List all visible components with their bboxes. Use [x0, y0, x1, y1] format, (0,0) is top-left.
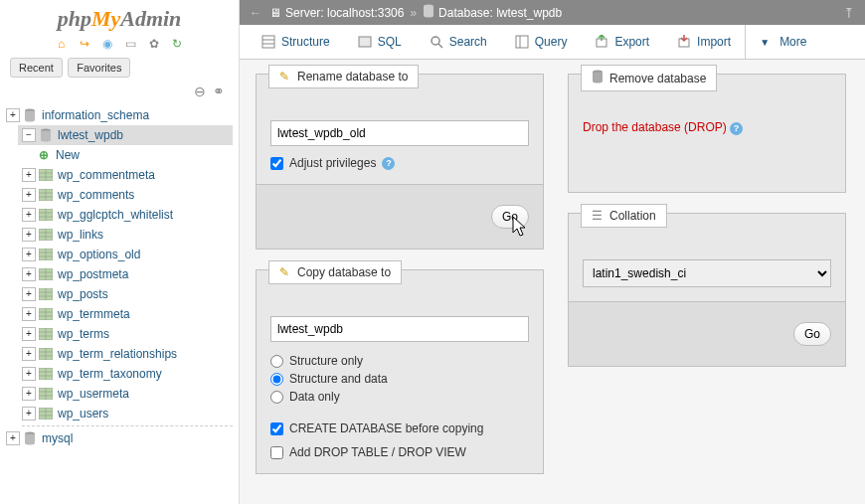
tree-toggle-icon[interactable]: +	[22, 248, 36, 261]
tree-item[interactable]: +wp_termmeta	[22, 304, 233, 324]
tree-toggle-icon[interactable]: +	[22, 287, 36, 301]
tree-item-label[interactable]: wp_comments	[58, 188, 134, 202]
logout-icon[interactable]: ↪	[77, 36, 92, 52]
drop-table-checkbox[interactable]	[270, 446, 283, 459]
adjust-privileges-checkbox[interactable]	[270, 157, 283, 170]
tree-item[interactable]: +wp_postmeta	[22, 264, 233, 284]
tree-item-label[interactable]: wp_posts	[58, 287, 108, 301]
tree-item[interactable]: ⊕New	[22, 145, 233, 165]
reload-icon[interactable]: ↻	[169, 36, 185, 52]
scroll-top-icon[interactable]: ⤒	[843, 5, 855, 21]
tree-toggle-icon[interactable]: +	[22, 208, 36, 222]
tree-toggle-icon[interactable]: +	[22, 387, 36, 401]
tree-item[interactable]: +wp_terms	[22, 324, 233, 344]
collation-select[interactable]: latin1_swedish_ci	[583, 259, 831, 287]
drop-database-link[interactable]: Drop the database (DROP)	[583, 120, 727, 134]
home-icon[interactable]: ⌂	[54, 36, 70, 52]
tab-search[interactable]: Search	[416, 25, 501, 59]
tab-query[interactable]: Query	[501, 25, 582, 59]
tree-item-label[interactable]: wp_term_relationships	[58, 347, 177, 361]
info-icon[interactable]: ?	[382, 157, 395, 170]
tree-item[interactable]: +wp_comments	[22, 185, 233, 205]
db-label: Database:	[438, 6, 493, 20]
tree-toggle-icon[interactable]: +	[22, 228, 36, 242]
tree-item-label[interactable]: wp_usermeta	[58, 387, 129, 401]
favorites-tab[interactable]: Favorites	[68, 58, 130, 78]
structure-only-radio[interactable]	[270, 355, 283, 368]
tree-item[interactable]: +wp_usermeta	[22, 384, 233, 404]
tree-item[interactable]: +wp_posts	[22, 284, 233, 304]
tree-item-label[interactable]: wp_users	[58, 407, 108, 420]
tab-import[interactable]: Import	[663, 25, 745, 59]
more-icon: ▼	[760, 35, 774, 49]
tree-item-label[interactable]: wp_links	[58, 228, 103, 242]
structure-data-radio[interactable]	[270, 373, 283, 386]
tree-item[interactable]: +wp_commentmeta	[22, 165, 233, 185]
remove-legend: Remove database	[581, 65, 717, 91]
tab-structure[interactable]: Structure	[248, 25, 344, 59]
tree-item[interactable]: +wp_gglcptch_whitelist	[22, 205, 233, 225]
tree-item-label[interactable]: wp_termmeta	[58, 307, 130, 321]
tree-item[interactable]: −lwtest_wpdb	[18, 125, 233, 145]
logo[interactable]: phpMyAdmin	[0, 0, 239, 34]
info-icon[interactable]: ?	[730, 122, 743, 135]
tree-toggle-icon[interactable]: +	[22, 327, 36, 341]
server-value[interactable]: localhost:3306	[327, 6, 404, 20]
data-only-radio[interactable]	[270, 391, 283, 404]
tree-item[interactable]: +information_schema	[6, 105, 233, 125]
tree-toggle-icon[interactable]: −	[22, 128, 36, 142]
data-only-label[interactable]: Data only	[289, 390, 340, 404]
tree-item-label[interactable]: wp_postmeta	[58, 267, 128, 281]
tree-item-label[interactable]: wp_commentmeta	[58, 168, 155, 182]
unlink-icon[interactable]: ⊖	[194, 84, 206, 99]
tree-item-label[interactable]: wp_options_old	[58, 248, 140, 261]
tree-item[interactable]: +wp_term_relationships	[22, 344, 233, 364]
collation-go-button[interactable]: Go	[793, 322, 831, 346]
tree-item-label[interactable]: mysql	[42, 431, 73, 445]
tree-item[interactable]: +wp_users	[22, 404, 233, 423]
tree-toggle-icon[interactable]: +	[22, 188, 36, 202]
tab-label: Structure	[281, 35, 330, 49]
tree-item-label[interactable]: information_schema	[42, 108, 149, 122]
settings-icon[interactable]: ✿	[146, 36, 162, 52]
collapse-icon[interactable]: ←	[250, 6, 261, 20]
tab-export[interactable]: Export	[581, 25, 663, 59]
tree-item[interactable]: +mysql	[6, 428, 233, 448]
tab-sql[interactable]: SQL	[344, 25, 416, 59]
tree-item-label[interactable]: wp_gglcptch_whitelist	[58, 208, 173, 222]
recent-tab[interactable]: Recent	[10, 58, 63, 78]
create-db-label[interactable]: CREATE DATABASE before copying	[289, 421, 483, 435]
tree-toggle-icon[interactable]: +	[22, 367, 36, 381]
tree-item[interactable]: +wp_links	[22, 225, 233, 245]
docs-icon[interactable]: ◉	[99, 36, 115, 52]
tree-item-label[interactable]: lwtest_wpdb	[58, 128, 123, 142]
table-icon	[38, 266, 54, 282]
copy-input[interactable]	[270, 316, 529, 342]
tree-item[interactable]: +wp_term_taxonomy	[22, 364, 233, 384]
tree-toggle-icon[interactable]: +	[22, 168, 36, 182]
db-value[interactable]: lwtest_wpdb	[496, 6, 562, 20]
tree-toggle-icon[interactable]: +	[22, 267, 36, 281]
tab-more[interactable]: ▼More	[745, 25, 820, 59]
link-icon[interactable]: ⚭	[213, 84, 225, 99]
adjust-privileges-label[interactable]: Adjust privileges	[289, 156, 376, 170]
create-db-checkbox[interactable]	[270, 422, 283, 435]
tree-toggle-icon[interactable]: +	[6, 431, 20, 445]
tree-item[interactable]: +wp_options_old	[22, 245, 233, 264]
svg-line-61	[438, 44, 442, 48]
structure-data-label[interactable]: Structure and data	[289, 372, 388, 386]
sql-icon[interactable]: ▭	[123, 36, 139, 52]
database-icon	[423, 4, 434, 21]
structure-only-label[interactable]: Structure only	[289, 354, 363, 368]
tree-item-label[interactable]: wp_term_taxonomy	[58, 367, 162, 381]
tree-item-label[interactable]: wp_terms	[58, 327, 109, 341]
rename-input[interactable]	[270, 120, 529, 146]
breadcrumb-sep: »	[410, 6, 417, 20]
tree-toggle-icon[interactable]: +	[22, 407, 36, 420]
rename-go-button[interactable]: Go	[491, 205, 529, 229]
tree-item-label[interactable]: New	[56, 148, 80, 162]
tree-toggle-icon[interactable]: +	[6, 108, 20, 122]
tree-toggle-icon[interactable]: +	[22, 347, 36, 361]
tree-toggle-icon[interactable]: +	[22, 307, 36, 321]
drop-table-label[interactable]: Add DROP TABLE / DROP VIEW	[289, 445, 466, 459]
